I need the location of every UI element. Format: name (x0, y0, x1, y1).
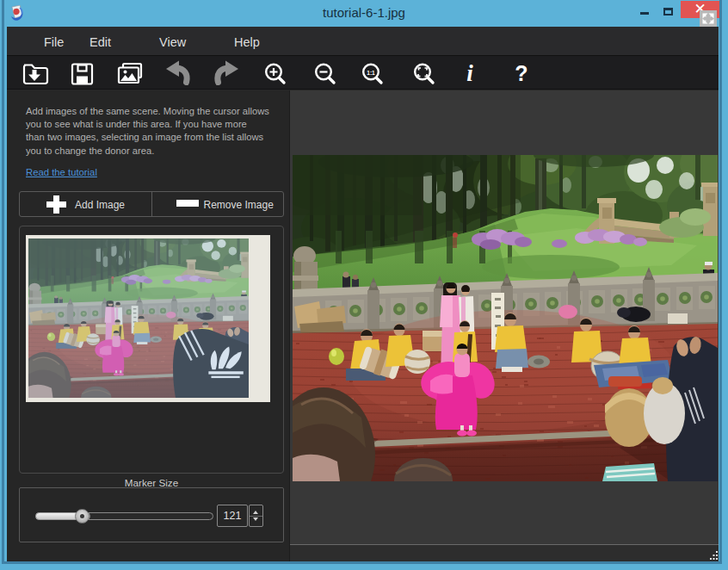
svg-text:i: i (466, 60, 473, 86)
svg-text:?: ? (515, 61, 527, 85)
svg-text:1:1: 1:1 (367, 70, 375, 76)
